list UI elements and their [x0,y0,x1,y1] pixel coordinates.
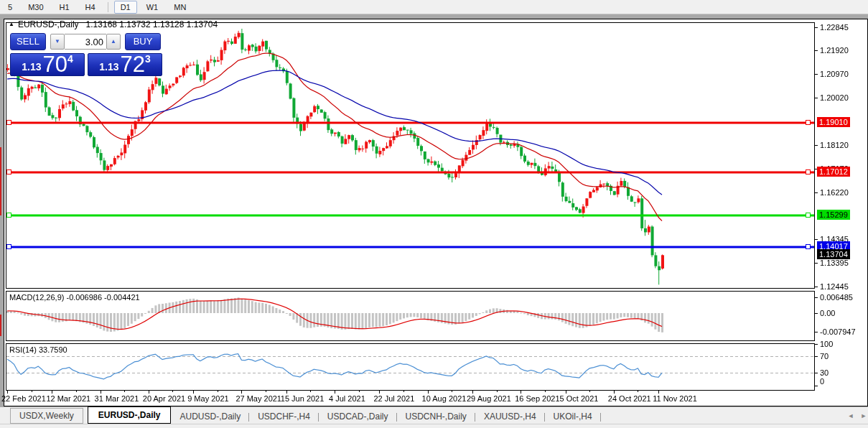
sell-price-big-digits: 70 [42,54,67,75]
price-tick-label: 1.20020 [820,93,849,102]
rsi-axis-label: 30 [820,368,829,377]
rsi-axis-label: 0 [820,377,824,386]
price-tick-label: 1.18120 [820,141,849,149]
rsi-axis-label: 100 [820,340,833,348]
price-tick-label: 1.21920 [820,46,849,55]
price-line-label: 1.13704 [817,249,850,259]
volume-decrease-button[interactable]: ▼ [50,34,65,50]
one-click-trading-panel: SELL ▼ ▲ BUY 1.13 70 4 1.13 72 3 [10,32,162,76]
date-axis-label: 31 Mar 2021 [95,394,139,403]
buy-button[interactable]: BUY [125,33,161,50]
price-line-label: 1.19010 [817,117,850,127]
date-axis-label: 27 May 2021 [235,394,281,403]
date-axis-label: 22 Jul 2021 [373,394,414,403]
sell-price-display[interactable]: 1.13 70 4 [10,53,85,76]
volume-input[interactable] [65,34,106,50]
macd-axis-label: -0.007947 [820,327,856,336]
volume-increase-button[interactable]: ▲ [106,34,121,50]
price-line-label: 1.15299 [817,210,850,220]
date-axis-label: 4 Jul 2021 [329,394,365,403]
rsi-axis-label: 70 [820,352,829,360]
macd-axis-label: 0.00 [820,309,835,317]
sell-button[interactable]: SELL [10,33,46,50]
date-axis-label: 20 Apr 2021 [143,394,185,403]
buy-price-prefix: 1.13 [99,61,118,73]
price-tick-label: 1.22845 [820,23,849,32]
macd-indicator-label: MACD(12,26,9) -0.006986 -0.004421 [9,293,140,302]
date-axis-label: 12 Mar 2021 [46,394,90,403]
date-axis-label: 24 Oct 2021 [608,394,651,403]
date-axis-label: 29 Aug 2021 [467,394,511,403]
date-axis-label: 9 May 2021 [187,394,228,403]
app-screen: 5 M30 H1 H4 D1 W1 MN ▲EURUSD-,Daily1.131… [0,0,868,428]
buy-price-display[interactable]: 1.13 72 3 [88,53,162,76]
chart-symbol-label: EURUSD-,Daily [18,19,79,29]
date-axis-label: 15 Jun 2021 [281,394,325,403]
date-axis-label: 10 Aug 2021 [422,394,467,403]
price-line-label: 1.17012 [817,167,850,177]
price-tick-label: 1.16220 [820,188,849,197]
sell-price-prefix: 1.13 [22,61,41,73]
buy-price-pip-digit: 3 [145,53,151,65]
macd-axis-label: 0.006485 [820,293,853,302]
date-axis-label: 16 Sep 2021 [515,394,559,403]
rsi-indicator-label: RSI(14) 33.7590 [9,345,67,354]
chart-ohlc-values: 1.13168 1.13732 1.13128 1.13704 [86,19,218,29]
date-axis-label: 22 Feb 2021 [1,394,46,403]
date-axis-label: 11 Nov 2021 [653,394,697,403]
price-tick-label: 1.20970 [820,70,849,78]
price-tick-label: 1.12445 [820,282,849,291]
sell-price-pip-digit: 4 [67,53,73,65]
price-tick-label: 1.13395 [820,259,849,267]
chart-title: ▲EURUSD-,Daily1.13168 1.13732 1.13128 1.… [9,19,218,29]
date-axis-label: 5 Oct 2021 [560,394,599,403]
buy-price-big-digits: 72 [120,54,144,75]
collapse-panel-icon[interactable]: ▲ [9,21,14,27]
